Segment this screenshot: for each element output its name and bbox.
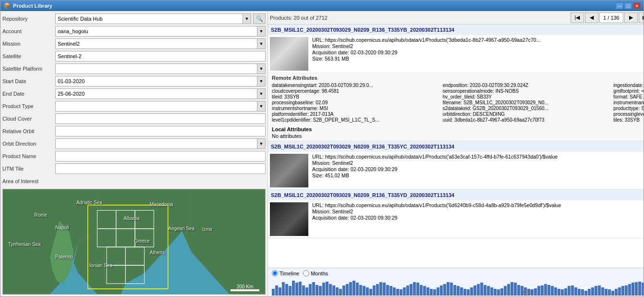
product-type-input[interactable] bbox=[55, 101, 257, 111]
orbit-direction-dropdown-btn[interactable]: ▼ bbox=[257, 138, 266, 149]
prev-page-button[interactable]: ◀ bbox=[585, 12, 598, 23]
relative-orbit-row: Relative Orbit bbox=[2, 125, 266, 137]
attr-item: processinglevel: Level-1C bbox=[613, 111, 644, 117]
timeline-bar-item bbox=[332, 285, 335, 296]
orbit-direction-input[interactable] bbox=[55, 138, 257, 149]
timeline-bar-item bbox=[584, 291, 587, 296]
map-label-greece: Greece bbox=[134, 238, 150, 244]
end-date-input[interactable] bbox=[55, 88, 257, 99]
product-mission: Mission: Sentinel2 bbox=[312, 160, 644, 166]
timeline-bar-item bbox=[611, 291, 614, 296]
product-thumbnail bbox=[270, 37, 308, 71]
timeline-bar-item bbox=[595, 286, 597, 296]
utm-tile-input[interactable] bbox=[55, 163, 266, 174]
timeline-bar-item bbox=[638, 282, 641, 296]
timeline-bar-item bbox=[571, 285, 574, 296]
map-label-athens: Athens bbox=[150, 250, 165, 255]
timeline-bar-item bbox=[376, 284, 379, 296]
maximize-button[interactable]: □ bbox=[624, 2, 632, 9]
timeline-bar-item bbox=[292, 281, 295, 296]
attr-item: instrumentname: Multi-Spectral Instrumen… bbox=[613, 100, 644, 105]
remote-attrs-title: Remote Attributes bbox=[272, 75, 644, 81]
months-radio[interactable] bbox=[303, 270, 309, 276]
timeline-radio-label[interactable]: Timeline bbox=[272, 270, 299, 276]
close-button[interactable]: ✕ bbox=[633, 2, 641, 9]
timeline-bar-item bbox=[558, 289, 560, 296]
product-type-dropdown-btn[interactable]: ▼ bbox=[257, 101, 266, 111]
product-body: URL: https://scihub.copernicus.eu/apihub… bbox=[268, 35, 644, 73]
timeline-bar-item bbox=[329, 284, 332, 296]
app-icon: 📦 bbox=[3, 2, 11, 9]
satellite-platform-dropdown-btn[interactable]: ▼ bbox=[257, 63, 266, 74]
attr-item: sensoroperationalmode: INS-NOBS bbox=[443, 88, 612, 94]
timeline-bar-item bbox=[450, 283, 453, 296]
last-page-button[interactable]: ▶| bbox=[639, 12, 644, 23]
product-name-input[interactable] bbox=[55, 151, 266, 161]
timeline-bar-item bbox=[349, 282, 352, 296]
aoi-label: Area of Interest bbox=[2, 178, 55, 184]
product-name-label: Product Name bbox=[2, 153, 55, 159]
window-title: Product Library bbox=[13, 3, 52, 9]
timeline-bar-item bbox=[346, 284, 349, 296]
first-page-button[interactable]: |◀ bbox=[571, 12, 584, 23]
timeline-bar-item bbox=[379, 282, 382, 296]
timeline-bar-item bbox=[416, 283, 419, 296]
timeline-radio[interactable] bbox=[272, 270, 278, 276]
timeline-bar-item bbox=[437, 287, 439, 296]
search-button[interactable]: 🔍 bbox=[253, 13, 266, 24]
map-label-napoli: Napoli bbox=[55, 225, 69, 230]
timeline-bar-item bbox=[598, 285, 601, 296]
start-date-input[interactable] bbox=[55, 76, 257, 87]
start-date-dropdown-btn[interactable]: ▼ bbox=[257, 76, 266, 87]
aoi-row: Area of Interest bbox=[2, 175, 266, 187]
map-label-palermo: Palermo bbox=[55, 254, 73, 260]
timeline-bar-item bbox=[453, 285, 456, 296]
product-name-text: S2B_MSIL1C_20200302T093029_N0209_R136_T3… bbox=[271, 27, 454, 33]
map-label-izmir: Izmir bbox=[202, 227, 213, 232]
product-item: S2B_MSIL1C_20200302T093029_N0209_R136_T3… bbox=[268, 190, 644, 238]
minimize-button[interactable]: ─ bbox=[616, 2, 623, 9]
timeline-bar-item bbox=[544, 284, 547, 296]
cloud-cover-input[interactable] bbox=[55, 113, 266, 124]
map-label-albania: Albania bbox=[123, 216, 139, 221]
timeline-bar-item bbox=[547, 285, 550, 296]
attr-item: hv_order_tileid: SB33Y bbox=[443, 94, 612, 99]
timeline-bar-item bbox=[561, 289, 564, 296]
next-page-button[interactable]: ▶ bbox=[624, 12, 638, 23]
product-header[interactable]: S2B_MSIL1C_20200302T093029_N0209_R136_T3… bbox=[268, 190, 644, 200]
relative-orbit-input[interactable] bbox=[55, 126, 266, 136]
timeline-bar-item bbox=[282, 282, 285, 296]
account-input[interactable] bbox=[55, 26, 257, 37]
timeline-bar-item bbox=[534, 288, 537, 296]
timeline-bar-item bbox=[309, 284, 312, 296]
product-header[interactable]: S2B_MSIL1C_20200302T093029_N0209_R136_T3… bbox=[268, 141, 644, 152]
mission-input[interactable] bbox=[55, 38, 257, 49]
cloud-cover-row: Cloud Cover bbox=[2, 113, 266, 124]
utm-tile-row: UTM Tile bbox=[2, 163, 266, 174]
product-header[interactable]: S2B_MSIL1C_20200302T093029_N0209_R136_T3… bbox=[268, 25, 644, 35]
repository-dropdown-btn[interactable]: ▼ bbox=[243, 13, 251, 24]
timeline-bar-item bbox=[608, 289, 611, 296]
months-radio-label[interactable]: Months bbox=[303, 270, 328, 276]
attr-item: format: SAFE bbox=[613, 94, 644, 99]
product-type-row: Product Type ▼ bbox=[2, 100, 266, 112]
timeline-bar-item bbox=[299, 282, 302, 296]
attr-item: datatakesensingstart: 2020-03-02T09:30:2… bbox=[272, 83, 441, 88]
timeline-bar-item bbox=[420, 285, 423, 296]
timeline-bar-item bbox=[477, 284, 480, 296]
satellite-row: Satellite bbox=[2, 50, 266, 62]
end-date-dropdown-btn[interactable]: ▼ bbox=[257, 88, 266, 99]
end-date-label: End Date bbox=[2, 91, 55, 97]
satellite-input[interactable] bbox=[55, 51, 266, 62]
mission-dropdown-btn[interactable]: ▼ bbox=[257, 38, 266, 49]
page-indicator: 1 / 136 bbox=[599, 12, 623, 23]
satellite-platform-input[interactable] bbox=[55, 63, 257, 74]
account-dropdown-btn[interactable]: ▼ bbox=[257, 26, 266, 37]
repository-input[interactable] bbox=[55, 13, 243, 24]
timeline-bar-item bbox=[383, 283, 386, 296]
start-date-wrapper: ▼ bbox=[55, 76, 266, 87]
product-size: Size: 563.91 MB bbox=[312, 56, 644, 62]
products-list: S2B_MSIL1C_20200302T093029_N0209_R136_T3… bbox=[268, 25, 644, 268]
timeline-bar-item bbox=[433, 289, 436, 296]
timeline-bar-item bbox=[460, 287, 463, 296]
